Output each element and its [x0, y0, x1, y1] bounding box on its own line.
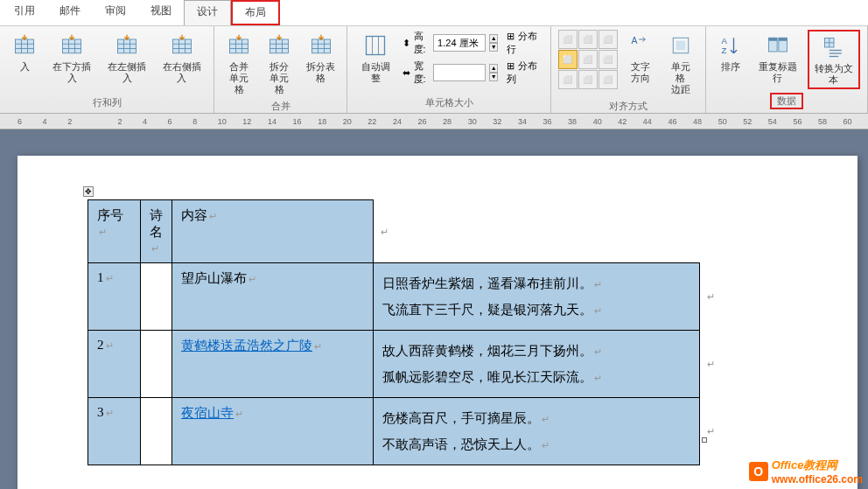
ribbon-tabs: 引用邮件审阅视图设计布局: [0, 0, 868, 26]
split-button[interactable]: 拆分 单元格: [262, 30, 297, 98]
svg-rect-20: [230, 39, 248, 53]
align-bl[interactable]: ⬜: [558, 70, 578, 89]
table-cell-content[interactable]: 故人西辞黄鹤楼，烟花三月下扬州。↵孤帆远影碧空尽，唯见长江天际流。↵↵: [374, 331, 700, 398]
align-bc[interactable]: ⬜: [578, 70, 598, 89]
tab-2[interactable]: 审阅: [93, 0, 138, 25]
group-cell-size: 自动调整 ⬍ 高度: ▲▼ ⬌ 宽度: ▲▼ ⊞ 分布行 ⊞ 分布列: [347, 26, 550, 113]
svg-text:A: A: [631, 35, 637, 45]
merge-icon: [225, 31, 253, 59]
horizontal-ruler[interactable]: 6422468101214161820222426283032343638404…: [0, 114, 868, 129]
table-cell-title[interactable]: 黄鹤楼送孟浩然之广陵↵: [172, 331, 374, 398]
tab-0[interactable]: 引用: [2, 0, 47, 25]
svg-rect-30: [312, 39, 330, 53]
insert-left-icon: [113, 31, 141, 59]
align-tr[interactable]: ⬜: [598, 30, 618, 49]
table-resize-handle[interactable]: [702, 437, 707, 443]
cell-margins-button[interactable]: 单元格 边距: [663, 30, 698, 98]
height-input[interactable]: [433, 34, 486, 52]
svg-rect-25: [270, 39, 289, 53]
width-input[interactable]: [433, 64, 486, 81]
width-down[interactable]: ▼: [489, 73, 498, 81]
document-area: ✥ 序号↵诗名↵内容↵↵1↵望庐山瀑布↵日照香炉生紫烟，遥看瀑布挂前川。↵飞流直…: [0, 129, 868, 489]
ribbon: 入在下方插入在左侧插入在右侧插入 行和列 合并 单元格拆分 单元格拆分表格 合并…: [0, 26, 868, 114]
group-rows-cols: 入在下方插入在左侧插入在右侧插入 行和列: [0, 26, 214, 113]
row-height-icon: ⬍: [402, 38, 410, 49]
svg-rect-46: [779, 38, 788, 41]
split-icon: [265, 31, 293, 59]
height-up[interactable]: ▲: [489, 34, 498, 43]
convert-to-text-icon: [820, 33, 848, 61]
split-table-icon: [307, 31, 335, 59]
group-label: 行和列: [93, 96, 122, 109]
tab-4[interactable]: 设计: [184, 0, 231, 25]
insert-below-icon: [58, 31, 86, 59]
insert-icon: [10, 31, 38, 59]
distribute-cols-button[interactable]: ⊞ 分布列: [507, 59, 542, 86]
height-label: 高度:: [414, 30, 430, 56]
table-header-cell[interactable]: 内容↵↵: [172, 200, 374, 263]
height-down[interactable]: ▼: [489, 43, 498, 52]
table-cell-empty[interactable]: [141, 263, 172, 331]
table-cell-empty[interactable]: [141, 398, 172, 465]
autosize-icon: [361, 31, 389, 59]
repeat-header-button[interactable]: 重复标题行: [753, 30, 802, 86]
insert-below-button[interactable]: 在下方插入: [47, 30, 97, 86]
table-cell-content[interactable]: 危楼高百尺，手可摘星辰。↵不敢高声语，恐惊天上人。↵↵: [374, 398, 700, 465]
table-cell-title[interactable]: 夜宿山寺↵: [172, 398, 374, 465]
align-ml[interactable]: ⬜: [558, 50, 578, 69]
table-cell-num[interactable]: 1↵: [88, 263, 141, 331]
group-label: 对齐方式: [609, 100, 648, 113]
table-cell-content[interactable]: 日照香炉生紫烟，遥看瀑布挂前川。↵飞流直下三千尺，疑是银河落九天。↵↵: [374, 263, 700, 331]
sort-button[interactable]: AZ 排序: [713, 30, 748, 74]
width-up[interactable]: ▲: [489, 64, 498, 73]
svg-rect-15: [172, 39, 191, 53]
table-cell-empty[interactable]: [141, 331, 172, 398]
svg-rect-0: [16, 39, 34, 53]
align-mr[interactable]: ⬜: [598, 50, 618, 69]
watermark: O Office教程网 www.office26.com: [749, 458, 863, 486]
align-tl[interactable]: ⬜: [558, 30, 578, 49]
align-br[interactable]: ⬜: [598, 70, 618, 89]
merge-button[interactable]: 合并 单元格: [221, 30, 256, 98]
svg-rect-45: [768, 38, 777, 41]
document-table[interactable]: 序号↵诗名↵内容↵↵1↵望庐山瀑布↵日照香炉生紫烟，遥看瀑布挂前川。↵飞流直下三…: [88, 199, 700, 465]
watermark-logo-icon: O: [749, 462, 768, 481]
table-cell-num[interactable]: 2↵: [88, 331, 141, 398]
align-tc[interactable]: ⬜: [578, 30, 598, 49]
align-mc[interactable]: ⬜: [578, 50, 598, 69]
repeat-header-icon: [764, 31, 792, 59]
width-label: 宽度:: [414, 59, 430, 86]
table-cell-title[interactable]: 望庐山瀑布↵: [172, 263, 374, 331]
sort-icon: AZ: [717, 31, 745, 59]
split-table-button[interactable]: 拆分表格: [302, 30, 340, 86]
svg-text:Z: Z: [721, 45, 726, 55]
group-merge: 合并 单元格拆分 单元格拆分表格 合并: [214, 26, 347, 113]
insert-button[interactable]: 入: [7, 30, 42, 74]
group-label: 单元格大小: [425, 96, 473, 109]
tab-3[interactable]: 视图: [138, 0, 184, 25]
document-page: ✥ 序号↵诗名↵内容↵↵1↵望庐山瀑布↵日照香炉生紫烟，遥看瀑布挂前川。↵飞流直…: [18, 156, 858, 489]
cell-margins-icon: [667, 31, 695, 59]
table-header-cell[interactable]: 序号↵: [88, 200, 141, 263]
svg-rect-35: [367, 37, 385, 55]
table-cell-num[interactable]: 3↵: [88, 398, 141, 465]
svg-rect-5: [63, 39, 81, 53]
svg-rect-40: [676, 41, 686, 51]
watermark-url: www.office26.com: [772, 473, 863, 486]
alignment-grid: ⬜ ⬜ ⬜ ⬜ ⬜ ⬜ ⬜ ⬜ ⬜: [558, 30, 618, 89]
text-direction-icon: A: [626, 31, 654, 59]
svg-text:A: A: [721, 36, 727, 45]
text-direction-button[interactable]: A 文字方向: [623, 30, 658, 86]
distribute-rows-button[interactable]: ⊞ 分布行: [507, 30, 542, 56]
tab-5[interactable]: 布局: [231, 0, 280, 25]
tab-1[interactable]: 邮件: [47, 0, 93, 25]
table-header-cell[interactable]: 诗名↵: [141, 200, 172, 263]
convert-to-text-button[interactable]: 转换为文本: [808, 30, 860, 89]
insert-right-icon: [168, 31, 196, 59]
table-move-handle[interactable]: ✥: [83, 186, 94, 197]
insert-right-button[interactable]: 在右侧插入: [158, 30, 207, 86]
insert-left-button[interactable]: 在左侧插入: [102, 30, 152, 86]
group-data: AZ 排序 重复标题行 转换为文本 数据: [706, 26, 868, 113]
autosize-button[interactable]: 自动调整: [354, 30, 396, 86]
autosize-label: 自动调整: [358, 61, 393, 84]
